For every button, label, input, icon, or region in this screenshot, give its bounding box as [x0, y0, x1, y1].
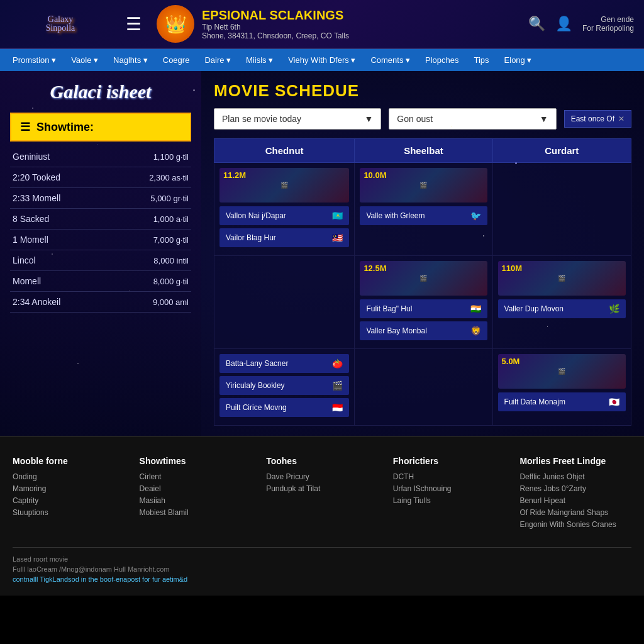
- search-icon[interactable]: 🔍: [528, 16, 545, 32]
- nav-item-promstion[interactable]: Promstion ▾: [5, 49, 64, 71]
- footer-column: FhorictiersDCTHUrfan ISchnouingLaing Tiu…: [393, 456, 505, 532]
- footer-col-item[interactable]: Captrity: [13, 496, 125, 505]
- movie-button[interactable]: Fulit Bag" Hul🇮🇳: [360, 299, 487, 318]
- nav-item-tips[interactable]: Tips: [467, 49, 497, 71]
- sidebar: Galaci isheet ☰ Showtime: Geniniust1,100…: [0, 71, 201, 436]
- nav-item-elong[interactable]: Elong ▾: [497, 49, 540, 71]
- footer-col-item[interactable]: Laing Tiulls: [393, 496, 505, 505]
- footer-col-item[interactable]: Cirlent: [140, 472, 252, 481]
- schedule-cell: 🎬12.5MFulit Bag" Hul🇮🇳Valler Bay Monbal🦁: [355, 256, 492, 349]
- close-icon[interactable]: ✕: [618, 114, 625, 123]
- showtime-icon: ☰: [20, 120, 30, 134]
- footer-column: Mooble forneOndingMamoringCaptrityStuupt…: [13, 456, 125, 532]
- footer-bottom-text: Lased roort movie: [13, 555, 631, 563]
- schedule-table: ChednutSheelbatCurdart 🎬11.2MVallon Nai …: [214, 138, 631, 426]
- nav-item-coments[interactable]: Coments ▾: [363, 49, 418, 71]
- footer-col-item[interactable]: Deaiel: [140, 484, 252, 493]
- schedule-cell: [355, 349, 492, 426]
- showtime-row: Lincol8,000 intil: [10, 250, 191, 271]
- footer-col-item[interactable]: Urfan ISchnouing: [393, 484, 505, 493]
- schedule-section: MOVIE SCHEDUE Plan se movie today ▼ Gon …: [201, 71, 644, 436]
- showtime-list: Geniniust1,100 g·til2:20 Tooked2,300 as·…: [10, 147, 191, 313]
- footer-column: Morlies Freet LindgeDefflic Junies Ohjet…: [519, 456, 631, 532]
- nav-item-viehy-with-dfers[interactable]: Viehy With Dfers ▾: [280, 49, 363, 71]
- user-icon[interactable]: 👤: [555, 16, 572, 32]
- footer-col-item[interactable]: Mobiest Blamil: [140, 508, 252, 517]
- location-select[interactable]: Gon oust ▼: [389, 108, 556, 130]
- schedule-col-header: Sheelbat: [355, 139, 492, 163]
- footer-col-item[interactable]: Dave Pricury: [266, 472, 378, 481]
- footer-col-title: Mooble forne: [13, 456, 125, 466]
- showtime-row: 2:33 Momell5,000 gr·til: [10, 188, 191, 209]
- movie-button[interactable]: Fuilt Data Monajm🇯🇵: [498, 392, 626, 411]
- sidebar-logo: Galaci isheet: [10, 81, 191, 103]
- footer-col-title: Showtimes: [140, 456, 252, 466]
- movie-button[interactable]: Batta-Lany Sacner🍅: [219, 354, 349, 373]
- footer-column: ToohesDave PricuryPundupk at Tilat: [266, 456, 378, 532]
- footer-col-item[interactable]: Renes Jobs 0°Zarty: [519, 484, 631, 493]
- location-select-value: Gon oust: [397, 114, 433, 124]
- hamburger-menu[interactable]: ☰: [126, 14, 142, 35]
- showtime-row: Momell8,000 g·til: [10, 271, 191, 292]
- footer-email: Fulll laoCream /Mnog@indonam Hull Manrio…: [13, 565, 631, 573]
- user-info: Gen ende For Reriopoling: [582, 15, 634, 33]
- main-content: Galaci isheet ☰ Showtime: Geniniust1,100…: [0, 71, 644, 436]
- header-address: Shone, 384311, Chnsdoon, Creep, CO Talls: [202, 31, 518, 40]
- footer-col-title: Fhorictiers: [393, 456, 505, 466]
- footer-col-item[interactable]: Masiiah: [140, 496, 252, 505]
- footer-col-item[interactable]: Of Ride Maingriand Shaps: [519, 508, 631, 517]
- showtime-row: 1 Momell7,000 g·til: [10, 230, 191, 250]
- nav-item-naglhts[interactable]: Naglhts ▾: [106, 49, 155, 71]
- nav-item-miisls[interactable]: Miisls ▾: [238, 49, 280, 71]
- east-badge-text: East once Of: [571, 114, 614, 123]
- site-footer: Mooble forneOndingMamoringCaptrityStuupt…: [0, 436, 644, 596]
- footer-col-title: Morlies Freet Lindge: [519, 456, 631, 466]
- footer-columns: Mooble forneOndingMamoringCaptrityStuupt…: [13, 456, 631, 532]
- schedule-cell: [492, 163, 631, 256]
- main-nav: Promstion ▾Vaole ▾Naglhts ▾CoegreDaire ▾…: [0, 49, 644, 71]
- header-center: 👑 EPSIONAL SCLAKINGS Tip Nett 6th Shone,…: [157, 5, 518, 43]
- schedule-col-header: Curdart: [492, 139, 631, 163]
- footer-col-item[interactable]: Onding: [13, 472, 125, 481]
- showtime-row: 8 Sacked1,000 a·til: [10, 209, 191, 230]
- user-note: For Reriopoling: [582, 24, 634, 33]
- footer-link[interactable]: contnalll TigkLandsod in the boof-enapos…: [13, 575, 631, 583]
- movie-select[interactable]: Plan se movie today ▼: [214, 108, 381, 130]
- movie-button[interactable]: Vallon Nai j/Dapar🇰🇿: [219, 206, 349, 225]
- schedule-cell: 🎬5.0MFuilt Data Monajm🇯🇵: [492, 349, 631, 426]
- showtime-row: Geniniust1,100 g·til: [10, 147, 191, 167]
- footer-col-item[interactable]: Benurl Hipeat: [519, 496, 631, 505]
- header-info: EPSIONAL SCLAKINGS Tip Nett 6th Shone, 3…: [202, 8, 518, 40]
- nav-item-coegre[interactable]: Coegre: [155, 49, 197, 71]
- movie-button[interactable]: Puilt Cirice Movng🇮🇩: [219, 398, 349, 417]
- schedule-col-header: Chednut: [214, 139, 355, 163]
- footer-col-item[interactable]: Engonin With Sonies Cranes: [519, 520, 631, 529]
- movie-button[interactable]: Vailor Blag Hur🇲🇾: [219, 228, 349, 247]
- footer-col-item[interactable]: Mamoring: [13, 484, 125, 493]
- footer-col-item[interactable]: Pundupk at Tilat: [266, 484, 378, 493]
- user-label: Gen ende: [582, 15, 634, 24]
- east-badge: East once Of ✕: [564, 110, 631, 128]
- movie-button[interactable]: Yiriculaly Bookley🎬: [219, 376, 349, 395]
- chevron-down-icon: ▼: [364, 114, 373, 124]
- footer-col-item[interactable]: DCTH: [393, 472, 505, 481]
- schedule-title: MOVIE SCHEDUE: [214, 81, 631, 101]
- nav-item-plopches[interactable]: Plopches: [418, 49, 466, 71]
- schedule-row: 🎬11.2MVallon Nai j/Dapar🇰🇿Vailor Blag Hu…: [214, 163, 631, 256]
- nav-item-daire[interactable]: Daire ▾: [197, 49, 238, 71]
- schedule-controls: Plan se movie today ▼ Gon oust ▼ East on…: [214, 108, 631, 130]
- schedule-cell: [214, 256, 355, 349]
- schedule-cell: 🎬11.2MVallon Nai j/Dapar🇰🇿Vailor Blag Hu…: [214, 163, 355, 256]
- footer-col-item[interactable]: Defflic Junies Ohjet: [519, 472, 631, 481]
- movie-button[interactable]: Valle with Grleem🐦: [360, 206, 487, 225]
- footer-col-title: Toohes: [266, 456, 378, 466]
- site-header: Galaxy Sinpolla ☰ 👑 EPSIONAL SCLAKINGS T…: [0, 0, 644, 49]
- schedule-cell: 🎬10.0MValle with Grleem🐦: [355, 163, 492, 256]
- header-title: EPSIONAL SCLAKINGS: [202, 8, 518, 23]
- movie-button[interactable]: Valler Dup Movon🌿: [498, 299, 626, 318]
- schedule-cell: Batta-Lany Sacner🍅Yiriculaly Bookley🎬Pui…: [214, 349, 355, 426]
- footer-col-item[interactable]: Stuuptions: [13, 508, 125, 517]
- movie-button[interactable]: Valler Bay Monbal🦁: [360, 321, 487, 340]
- nav-item-vaole[interactable]: Vaole ▾: [64, 49, 106, 71]
- logo-text: Galaxy: [10, 15, 111, 24]
